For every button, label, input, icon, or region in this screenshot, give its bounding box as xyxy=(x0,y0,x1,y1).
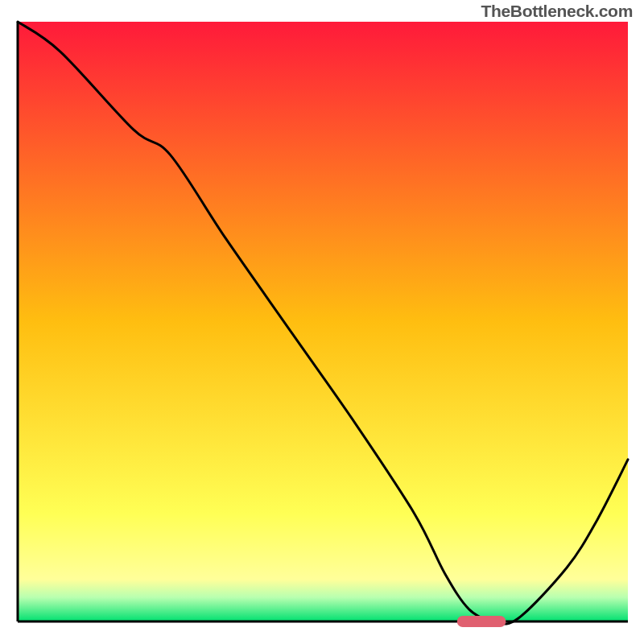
bottleneck-chart xyxy=(0,0,644,644)
watermark-label: TheBottleneck.com xyxy=(481,2,633,21)
plot-area xyxy=(18,22,628,621)
optimal-range-marker xyxy=(457,616,506,627)
